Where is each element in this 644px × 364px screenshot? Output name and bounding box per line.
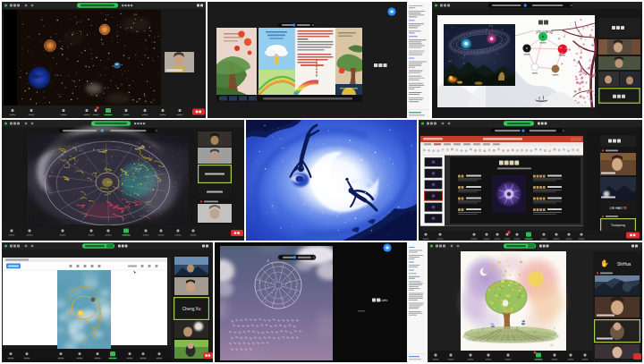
svg-text:Lizhi: Lizhi [380, 298, 387, 302]
svg-text:ch.: ch. [550, 343, 554, 347]
svg-text:Cheng Xu: Cheng Xu [182, 307, 201, 311]
svg-text:LIE HAO YI: LIE HAO YI [610, 207, 627, 210]
svg-text:ShiHua: ShiHua [617, 262, 631, 267]
svg-text:Yooiqoeng: Yooiqoeng [611, 224, 625, 227]
svg-text:♪: ♪ [267, 258, 269, 263]
svg-text:✋: ✋ [600, 258, 609, 267]
